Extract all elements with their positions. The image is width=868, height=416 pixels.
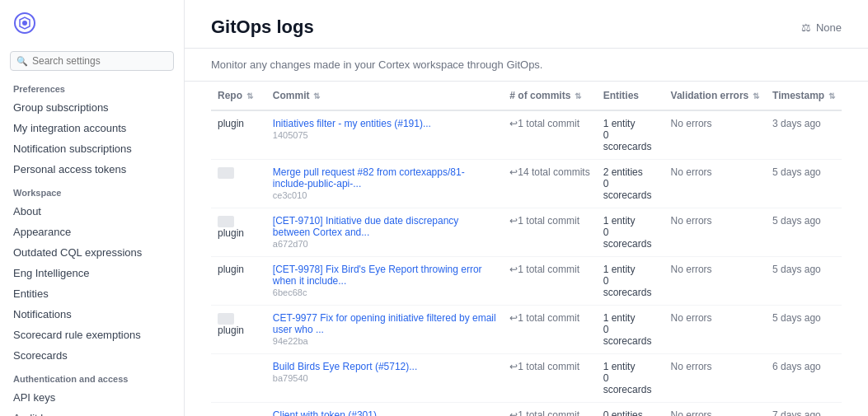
sidebar-item-notification-subscriptions[interactable]: Notification subscriptions [0, 138, 184, 159]
repo-cell [211, 354, 266, 403]
avatar [218, 313, 234, 325]
validation-errors-value: No errors [671, 215, 712, 227]
table-row: Client with token (#301)a1514cd↩1 total … [211, 403, 842, 417]
commit-link[interactable]: [CET-9710] Initiative due date discrepan… [273, 215, 496, 238]
commit-count-cell: ↩14 total commits [503, 160, 596, 208]
col-header-timestamp[interactable]: Timestamp ⇅ [766, 82, 842, 110]
commit-hash: 1405075 [273, 130, 496, 140]
repo-cell [211, 403, 266, 417]
commit-link[interactable]: Merge pull request #82 from cortexapps/8… [273, 166, 496, 189]
commit-hash: 6bec68c [273, 287, 496, 297]
commit-count: ↩1 total commit [509, 215, 579, 227]
commit-hash: 94e22ba [273, 336, 496, 346]
validation-errors-cell: No errors [664, 208, 766, 257]
sidebar-item-scorecards[interactable]: Scorecards [0, 345, 184, 366]
timestamp-value: 5 days ago [772, 166, 821, 178]
sidebar: 🔍 PreferencesGroup subscriptionsMy integ… [0, 0, 185, 416]
search-input[interactable] [10, 51, 174, 71]
commit-link[interactable]: Build Birds Eye Report (#5712)... [273, 361, 496, 372]
commit-hash: a672d70 [273, 239, 496, 249]
commit-hash: ce3c010 [273, 190, 496, 200]
entities-cell: 1 entity0 scorecards [597, 110, 664, 160]
commit-count-cell: ↩1 total commit [503, 257, 596, 306]
table-row: pluginCET-9977 Fix for opening initiativ… [211, 306, 842, 354]
timestamp-cell: 5 days ago [766, 208, 842, 257]
cortex-logo-icon [13, 12, 36, 35]
sidebar-item-about[interactable]: About [0, 201, 184, 222]
sidebar-item-notifications[interactable]: Notifications [0, 304, 184, 325]
table-wrap: Repo ⇅Commit ⇅# of commits ⇅EntitiesVali… [185, 82, 868, 416]
repo-cell [211, 160, 266, 208]
sort-icon-num-commits: ⇅ [572, 91, 581, 100]
gitops-table: Repo ⇅Commit ⇅# of commits ⇅EntitiesVali… [211, 82, 842, 416]
col-header-repo[interactable]: Repo ⇅ [211, 82, 266, 110]
repo-cell: plugin [211, 208, 266, 257]
commit-link[interactable]: Client with token (#301) [273, 409, 496, 416]
validation-errors-cell: No errors [664, 403, 766, 417]
repo-cell: plugin [211, 306, 266, 354]
col-header-validation-errors[interactable]: Validation errors ⇅ [664, 82, 766, 110]
sidebar-item-audit-logs[interactable]: Audit logs [0, 408, 184, 416]
scorecard-count: 0 scorecards [603, 227, 658, 250]
commit-cell: Build Birds Eye Report (#5712)...ba79540 [266, 354, 503, 403]
commit-count: ↩1 total commit [509, 312, 579, 324]
scorecard-count: 0 scorecards [603, 324, 658, 347]
entities-cell: 0 entities0 scorecards [597, 403, 664, 417]
scorecard-count: 0 scorecards [603, 178, 658, 201]
commit-cell: [CET-9978] Fix Bird's Eye Report throwin… [266, 257, 503, 306]
svg-point-1 [22, 21, 27, 26]
repo-name: plugin [218, 264, 244, 275]
col-header-num-commits[interactable]: # of commits ⇅ [503, 82, 596, 110]
commit-link[interactable]: CET-9977 Fix for opening initiative filt… [273, 312, 496, 335]
validation-errors-cell: No errors [664, 306, 766, 354]
entities-cell: 1 entity0 scorecards [597, 306, 664, 354]
entity-count: 0 entities [603, 409, 658, 416]
commit-count-cell: ↩1 total commit [503, 354, 596, 403]
entity-count: 2 entities [603, 166, 658, 178]
table-row: plugin[CET-9710] Initiative due date dis… [211, 208, 842, 257]
timestamp-value: 5 days ago [772, 215, 821, 227]
main-header: GitOps logs ⚖ None [185, 0, 868, 49]
sidebar-section-label: Workspace [0, 180, 184, 201]
entity-count: 1 entity [603, 264, 658, 275]
commit-count-cell: ↩1 total commit [503, 403, 596, 417]
sort-icon-timestamp: ⇅ [826, 91, 835, 100]
timestamp-value: 7 days ago [772, 409, 821, 416]
commit-link[interactable]: [CET-9978] Fix Bird's Eye Report throwin… [273, 264, 496, 287]
sidebar-item-group-subscriptions[interactable]: Group subscriptions [0, 97, 184, 118]
scorecard-count: 0 scorecards [603, 275, 658, 298]
validation-errors-value: No errors [671, 409, 712, 416]
table-row: plugin[CET-9978] Fix Bird's Eye Report t… [211, 257, 842, 306]
commit-link[interactable]: Initiatives filter - my entities (#191).… [273, 118, 496, 129]
filter-area[interactable]: ⚖ None [801, 21, 842, 34]
repo-name: plugin [218, 325, 244, 336]
col-header-entities: Entities [597, 82, 664, 110]
timestamp-value: 5 days ago [772, 312, 821, 324]
entities-cell: 1 entity0 scorecards [597, 257, 664, 306]
sidebar-item-personal-access-tokens[interactable]: Personal access tokens [0, 159, 184, 180]
sidebar-item-outdated-cql[interactable]: Outdated CQL expressions [0, 242, 184, 263]
filter-label: None [816, 21, 842, 34]
sidebar-item-scorecard-rule[interactable]: Scorecard rule exemptions [0, 325, 184, 345]
col-header-commit[interactable]: Commit ⇅ [266, 82, 503, 110]
table-row: Build Birds Eye Report (#5712)...ba79540… [211, 354, 842, 403]
validation-errors-cell: No errors [664, 354, 766, 403]
sidebar-item-eng-intelligence[interactable]: Eng Intelligence [0, 263, 184, 283]
timestamp-cell: 5 days ago [766, 257, 842, 306]
table-row: Merge pull request #82 from cortexapps/8… [211, 160, 842, 208]
sidebar-item-api-keys[interactable]: API keys [0, 387, 184, 408]
sidebar-item-appearance[interactable]: Appearance [0, 222, 184, 242]
sub-header: Monitor any changes made in your Cortex … [185, 49, 868, 82]
sidebar-item-my-integration-accounts[interactable]: My integration accounts [0, 118, 184, 138]
validation-errors-cell: No errors [664, 160, 766, 208]
avatar [218, 216, 234, 227]
avatar [218, 167, 234, 179]
commit-cell: [CET-9710] Initiative due date discrepan… [266, 208, 503, 257]
entities-cell: 1 entity0 scorecards [597, 354, 664, 403]
sort-icon-repo: ⇅ [244, 91, 253, 100]
entity-count: 1 entity [603, 361, 658, 372]
entity-count: 1 entity [603, 118, 658, 129]
sidebar-item-entities[interactable]: Entities [0, 283, 184, 304]
filter-icon: ⚖ [801, 21, 811, 34]
timestamp-value: 5 days ago [772, 264, 821, 275]
